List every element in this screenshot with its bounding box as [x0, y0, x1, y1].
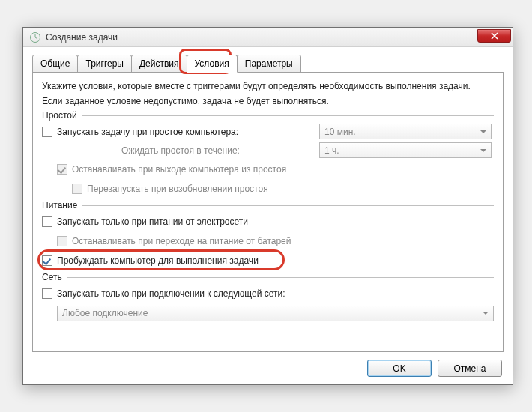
group-power: Питание — [42, 200, 494, 210]
checkbox-power-battery-stop — [57, 236, 67, 246]
checkbox-idle-restart — [72, 184, 82, 194]
close-button[interactable] — [477, 29, 511, 43]
task-create-dialog: Создание задачи Общие Триггеры Действия … — [22, 27, 513, 385]
ok-button[interactable]: OK — [367, 360, 432, 377]
combo-idle-wait: 1 ч. — [319, 142, 492, 158]
tab-strip: Общие Триггеры Действия Условия Параметр… — [32, 55, 504, 73]
group-idle-label: Простой — [42, 110, 77, 121]
tab-conditions[interactable]: Условия — [187, 55, 238, 73]
combo-network-value: Любое подключение — [62, 308, 148, 318]
cancel-button[interactable]: Отмена — [438, 360, 502, 377]
checkbox-wake[interactable] — [42, 255, 52, 266]
label-idle-stop: Останавливать при выходе компьютера из п… — [72, 164, 286, 175]
combo-idle-duration-value: 10 мин. — [324, 127, 356, 137]
tab-settings[interactable]: Параметры — [237, 55, 301, 73]
titlebar[interactable]: Создание задачи — [23, 28, 513, 47]
dialog-footer: OK Отмена — [32, 352, 504, 377]
label-idle-start: Запускать задачу при простое компьютера: — [57, 127, 238, 137]
tab-general[interactable]: Общие — [32, 55, 78, 73]
group-network: Сеть — [42, 272, 494, 282]
checkbox-idle-start[interactable] — [42, 127, 52, 137]
conditions-panel: Укажите условия, которые вместе с тригге… — [32, 72, 504, 352]
label-idle-restart: Перезапускать при возобновлении простоя — [87, 184, 268, 194]
tab-actions[interactable]: Действия — [131, 55, 187, 73]
instruction-line2: Если заданное условие недопустимо, задач… — [42, 95, 494, 107]
label-power-ac: Запускать только при питании от электрос… — [57, 216, 248, 227]
label-network: Запускать только при подключении к следу… — [57, 288, 285, 299]
client-area: Общие Триггеры Действия Условия Параметр… — [23, 47, 513, 384]
instruction-line1: Укажите условия, которые вместе с тригге… — [42, 80, 494, 92]
checkbox-power-ac[interactable] — [42, 216, 52, 227]
clock-icon — [29, 31, 41, 43]
group-network-label: Сеть — [42, 272, 62, 282]
combo-network: Любое подключение — [57, 306, 494, 321]
tab-triggers[interactable]: Триггеры — [77, 55, 132, 73]
combo-idle-wait-value: 1 ч. — [324, 145, 339, 156]
window-title: Создание задачи — [46, 32, 118, 43]
label-power-battery-stop: Останавливать при переходе на питание от… — [72, 236, 291, 246]
group-idle: Простой — [42, 110, 494, 121]
label-wake: Пробуждать компьютер для выполнения зада… — [57, 255, 259, 266]
checkbox-idle-stop — [57, 164, 67, 175]
label-idle-wait: Ожидать простоя в течение: — [121, 145, 240, 156]
combo-idle-duration: 10 мин. — [319, 124, 492, 139]
group-power-label: Питание — [42, 200, 77, 210]
checkbox-network[interactable] — [42, 288, 52, 299]
